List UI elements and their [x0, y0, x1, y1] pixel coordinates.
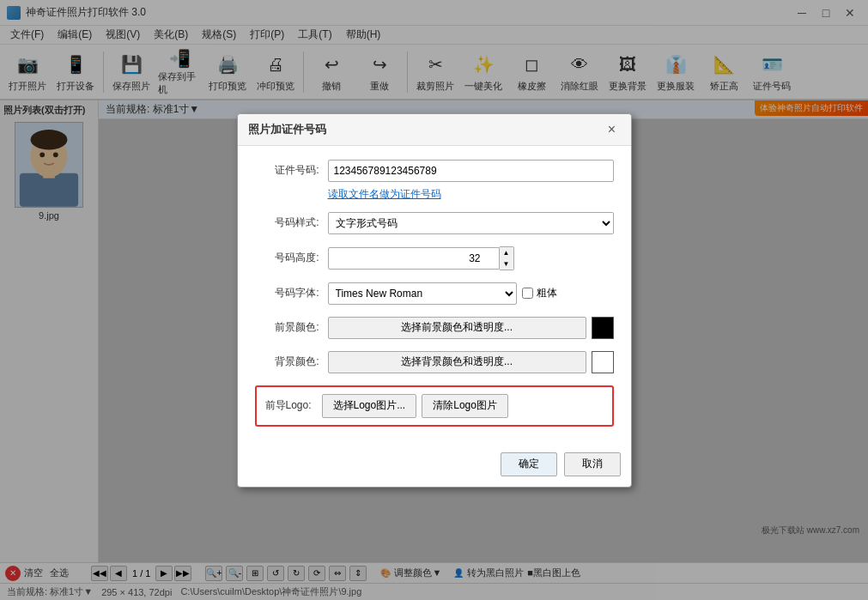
code-style-select[interactable]: 文字形式号码 [328, 212, 614, 234]
code-height-label: 号码高度: [255, 251, 319, 265]
code-height-control: ▲ ▼ [328, 246, 614, 270]
bg-color-swatch [592, 351, 614, 373]
fg-color-control: 选择前景颜色和透明度... [328, 317, 614, 339]
bg-color-button[interactable]: 选择背景颜色和透明度... [328, 351, 586, 373]
dialog-overlay: 照片加证件号码 × 证件号码: 读取文件名做为证件号码 号码样式: [0, 0, 868, 600]
fg-color-swatch [592, 317, 614, 339]
bold-checkbox[interactable] [522, 288, 533, 299]
height-up-button[interactable]: ▲ [500, 247, 513, 258]
bold-label[interactable]: 粗体 [537, 286, 557, 300]
bg-color-label: 背景颜色: [255, 355, 319, 369]
code-font-control: Times New Roman 粗体 [328, 282, 614, 305]
cancel-button[interactable]: 取消 [564, 452, 621, 476]
dialog-title-bar: 照片加证件号码 × [238, 114, 631, 146]
code-style-row: 号码样式: 文字形式号码 [255, 212, 614, 234]
bg-color-row: 背景颜色: 选择背景颜色和透明度... [255, 351, 614, 373]
fg-color-label: 前景颜色: [255, 320, 319, 335]
code-font-row: 号码字体: Times New Roman 粗体 [255, 282, 614, 305]
font-select[interactable]: Times New Roman [328, 282, 517, 305]
height-down-button[interactable]: ▼ [500, 258, 513, 270]
dialog-body: 证件号码: 读取文件名做为证件号码 号码样式: 文字形式号码 [238, 146, 631, 445]
read-filename-link[interactable]: 读取文件名做为证件号码 [328, 187, 441, 202]
read-link-row: 读取文件名做为证件号码 [255, 187, 614, 202]
ok-button[interactable]: 确定 [501, 452, 557, 476]
code-height-row: 号码高度: ▲ ▼ [255, 246, 614, 270]
height-spinner: ▲ ▼ [500, 246, 514, 270]
dialog-title-text: 照片加证件号码 [248, 122, 326, 137]
code-height-input[interactable] [328, 247, 500, 270]
logo-section: 前导Logo: 选择Logo图片... 清除Logo图片 [255, 385, 614, 427]
cert-code-row: 证件号码: [255, 160, 614, 182]
code-font-label: 号码字体: [255, 286, 319, 300]
cert-code-control [328, 160, 614, 182]
clear-logo-button[interactable]: 清除Logo图片 [422, 394, 508, 418]
id-code-dialog: 照片加证件号码 × 证件号码: 读取文件名做为证件号码 号码样式: [237, 113, 632, 488]
cert-code-label: 证件号码: [255, 163, 319, 178]
code-style-control: 文字形式号码 [328, 212, 614, 234]
bg-color-control: 选择背景颜色和透明度... [328, 351, 614, 373]
bold-wrap: 粗体 [522, 286, 557, 300]
logo-label: 前导Logo: [265, 398, 317, 413]
select-logo-button[interactable]: 选择Logo图片... [322, 394, 417, 418]
fg-color-button[interactable]: 选择前景颜色和透明度... [328, 317, 586, 339]
code-style-label: 号码样式: [255, 215, 319, 230]
cert-code-input[interactable] [328, 160, 614, 182]
fg-color-row: 前景颜色: 选择前景颜色和透明度... [255, 317, 614, 339]
dialog-close-button[interactable]: × [604, 121, 621, 138]
dialog-footer: 确定 取消 [238, 445, 631, 487]
